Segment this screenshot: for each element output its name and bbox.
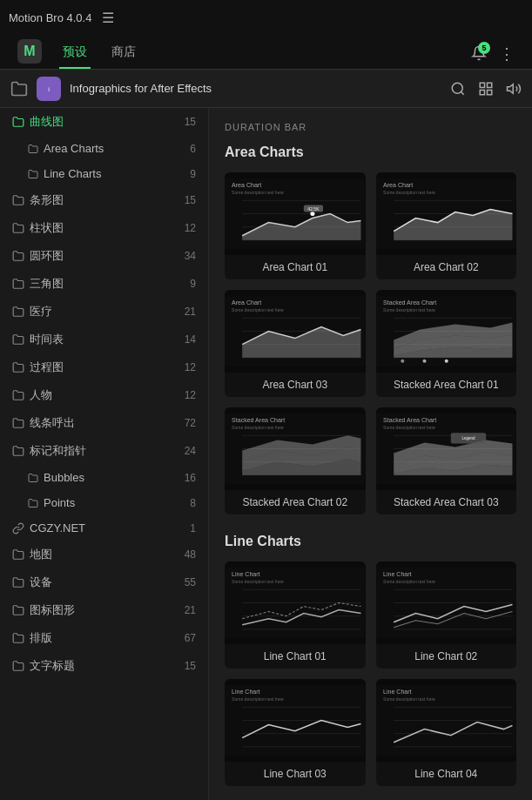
sidebar-count: 48 xyxy=(185,548,196,561)
card-stacked-area-chart-03[interactable]: Stacked Area Chart Some description text… xyxy=(376,407,517,514)
sidebar-item-renwu[interactable]: 人物 12 xyxy=(0,381,208,409)
card-label: Stacked Area Chart 02 xyxy=(225,490,366,514)
sidebar-label: 曲线图 xyxy=(30,114,179,130)
sidebar-item-area-charts[interactable]: Area Charts 6 xyxy=(0,136,208,161)
card-thumb: Area Chart Some description text here xyxy=(225,172,366,255)
svg-text:Some description text here: Some description text here xyxy=(383,307,435,313)
more-icon[interactable]: ⋮ xyxy=(499,44,515,64)
sidebar-label: 圆环图 xyxy=(30,248,179,264)
folder-icon xyxy=(12,194,24,206)
card-label: Line Chart 04 xyxy=(376,762,517,786)
speaker-icon[interactable] xyxy=(506,81,522,97)
sidebar-item-tubiaoxt[interactable]: 图标图形 21 xyxy=(0,596,208,624)
sidebar-count: 21 xyxy=(185,604,196,616)
svg-text:Legend: Legend xyxy=(461,436,475,440)
main: 曲线图 15 Area Charts 6 Line Charts 9 条形图 1… xyxy=(0,108,532,800)
folder-open-icon xyxy=(12,116,24,128)
sidebar-item-sanjiaotu[interactable]: 三角图 9 xyxy=(0,270,208,298)
sidebar-item-ditu[interactable]: 地图 48 xyxy=(0,541,208,568)
svg-text:Area Chart: Area Chart xyxy=(232,182,261,188)
svg-text:Some description text here: Some description text here xyxy=(232,190,284,195)
sidebar-label: Line Charts xyxy=(44,167,185,180)
svg-text:Some description text here: Some description text here xyxy=(383,579,435,584)
sidebar-item-guochengtu[interactable]: 过程图 12 xyxy=(0,353,208,381)
card-label: Line Chart 03 xyxy=(225,762,366,786)
sidebar-item-points[interactable]: Points 8 xyxy=(0,490,208,515)
notification-bell[interactable]: 5 xyxy=(471,45,487,64)
duration-bar: DURATION BAR xyxy=(225,122,516,132)
sidebar-item-line-charts[interactable]: Line Charts 9 xyxy=(0,161,208,186)
card-label: Stacked Area Chart 01 xyxy=(376,373,517,397)
svg-text:Stacked Area Chart: Stacked Area Chart xyxy=(232,417,285,423)
contentbar: i Infographics for After Effects xyxy=(0,70,532,108)
sidebar-count: 9 xyxy=(190,278,196,290)
card-thumb: Line Chart Some description text here xyxy=(376,561,517,644)
sidebar-count: 1 xyxy=(190,522,196,534)
sidebar-item-cgzy[interactable]: CGZY.NET 1 xyxy=(0,515,208,541)
card-line-chart-04[interactable]: Line Chart Some description text here Li… xyxy=(376,679,517,786)
sidebar-count: 14 xyxy=(185,333,196,346)
svg-rect-5 xyxy=(488,83,492,87)
sidebar-label: 人物 xyxy=(30,387,179,403)
svg-text:Some description text here: Some description text here xyxy=(232,425,284,430)
card-label: Area Chart 02 xyxy=(376,255,517,279)
card-line-chart-03[interactable]: Line Chart Some description text here Li… xyxy=(225,679,366,786)
folder-icon xyxy=(12,361,24,373)
svg-rect-4 xyxy=(480,83,484,87)
line-charts-grid: Line Chart Some description text here Li… xyxy=(225,561,516,786)
card-stacked-area-chart-01[interactable]: Stacked Area Chart Some description text… xyxy=(376,290,517,397)
card-stacked-area-chart-02[interactable]: Stacked Area Chart Some description text… xyxy=(225,407,366,514)
sidebar-label: 柱状图 xyxy=(30,220,179,236)
folder-icon xyxy=(12,222,24,234)
sidebar-item-bubbles[interactable]: Bubbles 16 xyxy=(0,465,208,490)
sidebar-item-yiliao[interactable]: 医疗 21 xyxy=(0,298,208,326)
sidebar-item-quxiantu[interactable]: 曲线图 15 xyxy=(0,108,208,136)
section-title-line: Line Charts xyxy=(225,534,516,549)
svg-text:42.5K: 42.5K xyxy=(307,206,320,212)
sidebar-item-wenzibiaoti[interactable]: 文字标题 15 xyxy=(0,652,208,680)
svg-point-17 xyxy=(310,212,314,216)
sidebar-label: 线条呼出 xyxy=(30,415,179,431)
svg-rect-7 xyxy=(488,90,492,94)
card-thumb: Stacked Area Chart Some description text… xyxy=(225,407,366,490)
svg-text:Line Chart: Line Chart xyxy=(383,689,412,695)
grid-icon[interactable] xyxy=(478,81,494,97)
menu-icon[interactable]: ☰ xyxy=(102,10,114,26)
tab-presets[interactable]: 预设 xyxy=(59,37,91,69)
sidebar-item-shijianibao[interactable]: 时间表 14 xyxy=(0,326,208,353)
plugin-name: Infographics for After Effects xyxy=(70,82,212,95)
card-area-chart-02[interactable]: Area Chart Some description text here Ar… xyxy=(376,172,517,279)
card-line-chart-01[interactable]: Line Chart Some description text here Li… xyxy=(225,561,366,669)
sidebar-count: 9 xyxy=(190,168,196,180)
svg-text:Some description text here: Some description text here xyxy=(232,579,284,584)
sidebar-item-biaojizhizhen[interactable]: 标记和指针 24 xyxy=(0,437,208,465)
svg-rect-6 xyxy=(480,90,484,94)
sidebar-item-xiantiaohchu[interactable]: 线条呼出 72 xyxy=(0,409,208,437)
card-area-chart-01[interactable]: Area Chart Some description text here xyxy=(225,172,366,279)
search-icon[interactable] xyxy=(450,81,466,97)
sidebar-item-tiaoxt[interactable]: 条形图 15 xyxy=(0,186,208,214)
svg-text:Stacked Area Chart: Stacked Area Chart xyxy=(383,417,436,423)
sidebar-label: 文字标题 xyxy=(30,658,179,674)
svg-text:Line Chart: Line Chart xyxy=(232,689,260,695)
sidebar-label: 时间表 xyxy=(30,332,179,347)
sidebar-item-shebei[interactable]: 设备 55 xyxy=(0,568,208,596)
svg-text:Some description text here: Some description text here xyxy=(383,696,435,702)
sidebar-item-zhuzhuangtu[interactable]: 柱状图 12 xyxy=(0,214,208,242)
tab-store[interactable]: 商店 xyxy=(108,37,139,69)
sidebar-count: 55 xyxy=(185,576,196,588)
card-label: Area Chart 01 xyxy=(225,255,366,279)
sidebar-item-paiban[interactable]: 排版 67 xyxy=(0,624,208,652)
sidebar-count: 67 xyxy=(185,632,196,644)
card-line-chart-02[interactable]: Line Chart Some description text here Li… xyxy=(376,561,517,669)
plugin-logo: i xyxy=(37,77,61,101)
folder-icon xyxy=(12,250,24,262)
card-thumb: Line Chart Some description text here xyxy=(225,561,366,644)
sidebar-item-yuanhuantu[interactable]: 圆环图 34 xyxy=(0,242,208,270)
svg-point-48 xyxy=(444,360,448,363)
svg-point-47 xyxy=(422,360,426,363)
card-area-chart-03[interactable]: Area Chart Some description text here Ar… xyxy=(225,290,366,397)
topbar: Motion Bro 4.0.4 ☰ xyxy=(0,0,532,35)
card-label: Line Chart 02 xyxy=(376,644,517,669)
sidebar-count: 24 xyxy=(185,445,196,457)
